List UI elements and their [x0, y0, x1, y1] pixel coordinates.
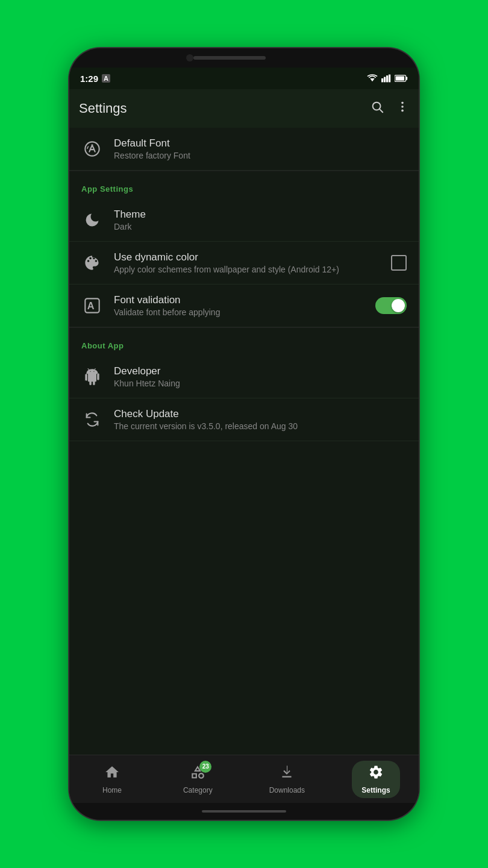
settings-item-dynamic-color[interactable]: Use dynamic color Apply color schemes fr… — [69, 242, 419, 285]
search-icon[interactable] — [371, 100, 384, 117]
svg-rect-6 — [406, 77, 408, 80]
speaker — [193, 56, 266, 60]
svg-point-11 — [401, 105, 404, 108]
theme-title: Theme — [114, 209, 407, 221]
status-bar: 1:29 A — [69, 68, 419, 89]
font-validation-text: Font validation Validate font before app… — [114, 294, 364, 317]
svg-rect-1 — [381, 78, 383, 82]
camera — [186, 54, 193, 61]
time-display: 1:29 — [80, 74, 98, 84]
developer-subtitle: Khun Htetz Naing — [114, 379, 407, 388]
category-icon: 23 — [190, 764, 205, 784]
downloads-label: Downloads — [269, 786, 305, 794]
settings-item-check-update[interactable]: Check Update The current version is v3.5… — [69, 398, 419, 441]
default-font-subtitle: Restore factory Font — [114, 151, 407, 160]
svg-line-9 — [380, 109, 383, 112]
phone-top-bar — [69, 48, 419, 68]
palette-icon — [81, 252, 103, 274]
font-validation-title: Font validation — [114, 294, 364, 306]
settings-item-theme[interactable]: Theme Dark — [69, 199, 419, 242]
category-badge: 23 — [199, 761, 211, 773]
developer-title: Developer — [114, 365, 407, 377]
svg-point-10 — [401, 102, 404, 104]
nav-item-downloads[interactable]: Downloads — [260, 761, 314, 798]
settings-nav-label: Settings — [361, 786, 390, 794]
svg-rect-4 — [389, 75, 390, 83]
update-icon — [81, 409, 103, 430]
nav-item-settings[interactable]: Settings — [352, 761, 400, 798]
dynamic-color-text: Use dynamic color Apply color schemes fr… — [114, 251, 380, 274]
svg-rect-2 — [384, 77, 386, 83]
font-a-icon: A — [81, 295, 103, 316]
dynamic-color-title: Use dynamic color — [114, 251, 380, 263]
dynamic-color-checkbox[interactable] — [391, 255, 407, 271]
svg-marker-0 — [370, 78, 375, 81]
battery-icon — [395, 74, 408, 83]
nav-item-home[interactable]: Home — [88, 761, 136, 798]
section-about-app: About App — [69, 328, 419, 356]
app-settings-label: App Settings — [81, 184, 133, 193]
font-validation-subtitle: Validate font before applying — [114, 307, 364, 317]
wifi-icon — [367, 74, 378, 83]
category-label: Category — [183, 786, 213, 794]
svg-rect-7 — [396, 77, 404, 81]
screen: 1:29 A — [69, 68, 419, 803]
font-icon — [81, 138, 103, 160]
home-label: Home — [102, 786, 122, 794]
about-app-label: About App — [81, 341, 124, 350]
section-app-settings: App Settings — [69, 171, 419, 199]
home-icon — [104, 764, 120, 784]
dynamic-color-subtitle: Apply color schemes from wallpaper and s… — [114, 265, 380, 274]
signal-icon — [381, 74, 391, 83]
theme-subtitle: Dark — [114, 222, 407, 231]
app-title: Settings — [79, 101, 371, 116]
status-time: 1:29 A — [80, 74, 110, 84]
downloads-icon — [279, 764, 295, 784]
settings-item-developer[interactable]: Developer Khun Htetz Naing — [69, 356, 419, 398]
svg-point-12 — [401, 110, 404, 112]
svg-text:A: A — [87, 300, 95, 311]
check-update-subtitle: The current version is v3.5.0, released … — [114, 421, 407, 431]
app-bar: Settings — [69, 89, 419, 128]
theme-text: Theme Dark — [114, 209, 407, 231]
more-icon[interactable] — [396, 100, 409, 117]
svg-rect-3 — [386, 75, 388, 82]
bottom-nav: Home 23 Category Downloa — [69, 755, 419, 803]
phone-device: 1:29 A — [69, 48, 419, 820]
app-bar-icons — [371, 100, 409, 117]
a-icon: A — [102, 74, 110, 83]
home-indicator — [69, 803, 419, 820]
check-update-title: Check Update — [114, 408, 407, 420]
svg-point-13 — [85, 142, 99, 156]
settings-list: Default Font Restore factory Font App Se… — [69, 128, 419, 755]
nav-item-category[interactable]: 23 Category — [174, 761, 222, 798]
toggle-knob — [392, 299, 405, 312]
developer-text: Developer Khun Htetz Naing — [114, 365, 407, 388]
status-icons — [367, 74, 408, 83]
moon-icon — [81, 209, 103, 231]
settings-item-font-validation[interactable]: A Font validation Validate font before a… — [69, 285, 419, 327]
settings-icon — [368, 764, 384, 784]
home-bar — [202, 810, 286, 813]
check-update-text: Check Update The current version is v3.5… — [114, 408, 407, 431]
default-font-text: Default Font Restore factory Font — [114, 137, 407, 160]
font-validation-toggle[interactable] — [375, 297, 407, 314]
default-font-title: Default Font — [114, 137, 407, 149]
android-icon — [81, 366, 103, 388]
settings-item-default-font[interactable]: Default Font Restore factory Font — [69, 128, 419, 171]
